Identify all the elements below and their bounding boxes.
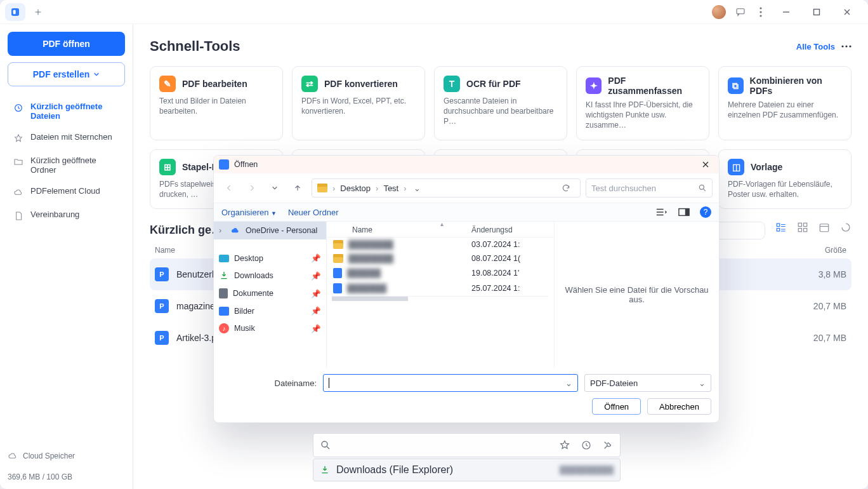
kebab-icon[interactable] <box>755 6 766 18</box>
comment-icon[interactable] <box>735 6 746 18</box>
create-pdf-label: PDF erstellen <box>33 69 89 79</box>
tool-card[interactable]: ✎PDF bearbeitenText und Bilder in Dateie… <box>150 66 283 140</box>
address-bar[interactable]: › Desktop › Test › ⌄ <box>312 178 581 198</box>
list-col-name[interactable]: Name <box>352 225 471 234</box>
list-item[interactable]: ████████08.07.2024 1( <box>327 251 554 265</box>
pdf-file-icon: P <box>155 267 169 281</box>
magnifier-icon[interactable] <box>320 439 331 451</box>
h-scrollbar-placeholder[interactable] <box>332 296 549 301</box>
svg-point-3 <box>760 7 761 9</box>
dialog-title: Öffnen <box>234 160 258 169</box>
pdf-file-icon <box>333 268 342 278</box>
calendar-icon[interactable] <box>819 222 830 239</box>
preview-pane-button[interactable] <box>677 206 691 218</box>
nav-starred[interactable]: Dateien mit Sternchen <box>8 127 125 149</box>
tree-downloads[interactable]: Downloads📌 <box>214 267 326 285</box>
tool-card[interactable]: ⇄PDF konvertierenPDFs in Word, Excel, PP… <box>292 66 425 140</box>
tool-card[interactable]: ◫VorlagePDF-Vorlagen für Lebensläufe, Po… <box>718 149 852 209</box>
tool-card[interactable]: ⧉Kombinieren von PDFsMehrere Dateien zu … <box>718 66 852 140</box>
new-tab-button[interactable] <box>30 4 46 20</box>
star-icon[interactable] <box>559 439 570 451</box>
svg-rect-13 <box>798 223 801 226</box>
pin-icon: 📌 <box>311 306 321 316</box>
nav-back-button[interactable] <box>220 179 238 197</box>
help-button[interactable]: ? <box>700 206 711 218</box>
tool-card[interactable]: ✦PDF zusammenfassenKI fasst Ihre PDF-Übe… <box>576 66 709 140</box>
nav-label: Kürzlich geöffnete Dateien <box>30 102 120 121</box>
nav-history-button[interactable] <box>266 179 284 197</box>
filetype-select[interactable]: PDF-Dateien⌄ <box>584 374 711 392</box>
downloads-chip[interactable]: Downloads (File Explorer) ██████████ <box>313 459 621 481</box>
dialog-open-button[interactable]: Öffnen <box>592 398 641 415</box>
svg-rect-17 <box>820 224 829 232</box>
svg-rect-1 <box>13 10 16 14</box>
refresh-icon[interactable] <box>840 222 852 239</box>
file-list: ▴ Name Änderungsd ████████03.07.2024 1:█… <box>327 222 554 368</box>
tool-sub: Mehrere Dateien zu einer einzelnen PDF z… <box>728 100 842 120</box>
tree-music[interactable]: ♪Musik📌 <box>214 319 326 337</box>
col-size[interactable]: Größe <box>783 246 846 255</box>
path-dropdown[interactable]: ⌄ <box>412 184 423 193</box>
svg-point-8 <box>841 45 843 47</box>
create-pdf-button[interactable]: PDF erstellen <box>8 62 125 86</box>
recent-title: Kürzlich ge… <box>150 224 223 237</box>
list-item[interactable]: ██████19.08.2024 1' <box>327 265 554 281</box>
dialog-close-button[interactable] <box>697 157 714 171</box>
file-size: 20,7 MB <box>783 333 846 343</box>
tools-icon[interactable] <box>602 439 614 451</box>
folder-icon <box>13 156 24 168</box>
svg-point-4 <box>760 11 761 13</box>
all-tools-link[interactable]: Alle Tools <box>796 42 852 51</box>
nav-cloud[interactable]: PDFelement Cloud <box>8 181 125 203</box>
preview-pane: Wählen Sie eine Datei für die Vorschau a… <box>554 222 719 368</box>
dialog-cancel-button[interactable]: Abbrechen <box>647 398 711 415</box>
nav-forward-button[interactable] <box>243 179 261 197</box>
svg-rect-14 <box>804 223 807 226</box>
documents-icon <box>219 288 228 298</box>
tree-pictures[interactable]: Bilder📌 <box>214 302 326 319</box>
nav-label: Vereinbarung <box>30 210 79 219</box>
document-icon <box>13 210 24 222</box>
nav-up-button[interactable] <box>289 179 306 197</box>
tree-onedrive[interactable]: › OneDrive - Personal <box>214 222 326 239</box>
maximize-button[interactable] <box>806 3 827 22</box>
search-icon <box>698 184 707 192</box>
list-view-icon[interactable] <box>775 222 787 239</box>
search-input[interactable]: Test durchsuchen <box>586 178 713 198</box>
toolbar-organize[interactable]: Organisieren ▼ <box>221 208 277 217</box>
item-name: ██████ <box>347 269 381 278</box>
grid-view-icon[interactable] <box>797 222 808 239</box>
history-icon[interactable] <box>581 439 592 451</box>
titlebar <box>0 0 868 24</box>
dialog-titlebar: Öffnen <box>214 156 719 173</box>
breadcrumb-segment[interactable]: Desktop <box>340 184 371 193</box>
close-button[interactable] <box>836 3 858 22</box>
breadcrumb-segment[interactable]: Test <box>383 184 398 193</box>
list-item[interactable]: ████████03.07.2024 1: <box>327 238 554 251</box>
folder-tree: › OneDrive - Personal Desktop📌 Downloads… <box>214 222 327 368</box>
list-item[interactable]: ███████25.07.2024 1: <box>327 281 554 296</box>
nav-recent-files[interactable]: Kürzlich geöffnete Dateien <box>8 97 125 126</box>
filename-input[interactable]: ⌄ <box>323 374 578 392</box>
view-mode-button[interactable] <box>654 206 668 218</box>
tree-desktop[interactable]: Desktop📌 <box>214 250 326 267</box>
nav-agreement[interactable]: Vereinbarung <box>8 204 125 227</box>
tree-documents[interactable]: Dokumente📌 <box>214 285 326 302</box>
open-pdf-button[interactable]: PDF öffnen <box>8 32 125 56</box>
avatar[interactable] <box>712 5 726 19</box>
minimize-button[interactable] <box>775 3 797 22</box>
tool-icon: ✎ <box>159 76 176 92</box>
list-col-date[interactable]: Änderungsd <box>471 225 548 234</box>
item-date: 25.07.2024 1: <box>471 284 548 293</box>
nav-label: PDFelement Cloud <box>30 186 100 196</box>
app-tab[interactable] <box>5 3 25 21</box>
nav-recent-folders[interactable]: Kürzlich geöffnete Ordner <box>8 151 125 180</box>
download-icon <box>219 271 229 281</box>
more-icon[interactable] <box>841 45 852 48</box>
toolbar-new-folder[interactable]: Neuer Ordner <box>288 208 338 217</box>
svg-rect-15 <box>798 228 801 231</box>
onedrive-icon <box>230 225 240 236</box>
tool-card[interactable]: TOCR für PDFGescannte Dateien in durchsu… <box>434 66 567 140</box>
address-refresh-button[interactable] <box>557 184 575 192</box>
item-date: 19.08.2024 1' <box>471 269 548 278</box>
